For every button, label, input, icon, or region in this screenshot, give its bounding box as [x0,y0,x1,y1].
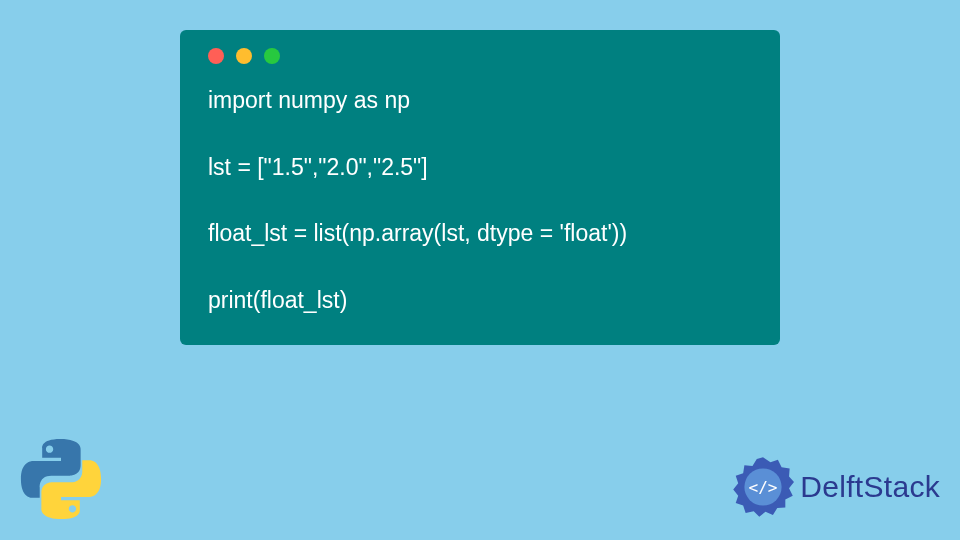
svg-text:</>: </> [749,478,778,497]
delftstack-logo-icon: </> [732,456,794,518]
traffic-lights [208,48,752,64]
code-line: print(float_lst) [208,287,347,313]
minimize-icon [236,48,252,64]
code-line: float_lst = list(np.array(lst, dtype = '… [208,220,627,246]
code-line: lst = ["1.5","2.0","2.5"] [208,154,428,180]
python-logo-icon [16,434,106,528]
code-block: import numpy as np lst = ["1.5","2.0","2… [208,84,752,317]
delftstack-label: DelftStack [800,470,940,504]
code-window: import numpy as np lst = ["1.5","2.0","2… [180,30,780,345]
code-line: import numpy as np [208,87,410,113]
maximize-icon [264,48,280,64]
delftstack-brand: </> DelftStack [732,456,940,518]
close-icon [208,48,224,64]
